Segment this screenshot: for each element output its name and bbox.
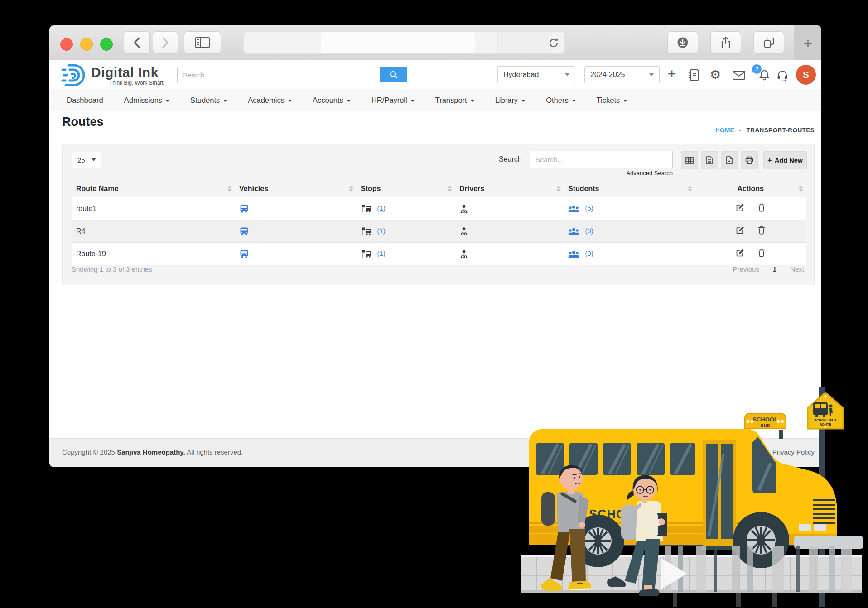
messages-button[interactable] (732, 68, 746, 82)
bus-icon[interactable] (239, 249, 249, 258)
driver-icon[interactable] (459, 249, 468, 259)
students-group-icon[interactable] (568, 250, 579, 258)
settings-button[interactable]: ⚙ (708, 67, 723, 81)
pagination-next[interactable]: Next (790, 265, 804, 273)
branch-select[interactable]: Hyderabad (497, 66, 575, 83)
academic-year-select[interactable]: 2024-2025 (584, 66, 660, 83)
print-button[interactable] (741, 151, 758, 169)
back-button[interactable] (124, 31, 150, 54)
share-button[interactable] (710, 31, 741, 54)
sort-icon (688, 186, 692, 192)
routes-table: Route Name Vehicles Stops Drivers (72, 181, 806, 265)
support-button[interactable] (775, 68, 790, 82)
new-tab-button[interactable]: + (794, 25, 821, 60)
logo-tagline: Think Big. Work Smart. (104, 80, 165, 86)
global-search-input[interactable] (177, 67, 380, 82)
pagination-page-1[interactable]: 1 (773, 265, 776, 273)
page-size-value: 25 (77, 156, 85, 164)
nav-item-admissions[interactable]: Admissions (124, 96, 169, 105)
nav-item-transport[interactable]: Transport (435, 96, 474, 105)
zoom-window-button[interactable] (100, 38, 113, 51)
nav-item-library[interactable]: Library (495, 96, 525, 105)
column-header-vehicles[interactable]: Vehicles (235, 181, 356, 197)
sign-text-line2: ROUTE (820, 422, 831, 426)
driver-icon[interactable] (459, 227, 468, 236)
delete-button[interactable] (758, 203, 765, 212)
bus-icon[interactable] (239, 204, 249, 213)
minimize-window-button[interactable] (80, 38, 93, 51)
app-header: Digital Ink Think Big. Work Smart. Hyder… (49, 60, 821, 90)
search-icon (389, 70, 398, 79)
students-count[interactable]: (5) (585, 204, 593, 212)
close-window-button[interactable] (60, 38, 73, 51)
driver-icon[interactable] (459, 204, 468, 213)
stops-count[interactable]: (1) (377, 204, 385, 212)
sort-icon (448, 186, 452, 192)
nav-item-dashboard[interactable]: Dashboard (67, 96, 103, 105)
headset-icon (776, 69, 788, 81)
column-header-route-name[interactable]: Route Name (72, 181, 235, 197)
quick-add-button[interactable]: + (665, 67, 679, 81)
plus-icon: + (668, 67, 676, 81)
sidebar-toggle-button[interactable] (184, 31, 221, 54)
export-buttons (681, 151, 758, 169)
students-count[interactable]: (0) (585, 227, 593, 235)
edit-button[interactable] (736, 203, 744, 212)
school-bus-illustration: SCHOOL BUS (519, 386, 868, 608)
column-header-stops[interactable]: Stops (356, 181, 455, 197)
global-search-button[interactable] (380, 67, 407, 82)
students-count[interactable]: (0) (585, 249, 593, 257)
add-new-button[interactable]: + Add New (763, 151, 807, 169)
column-header-actions[interactable]: Actions (695, 181, 806, 197)
advanced-search-link[interactable]: Advanced Search (530, 170, 673, 177)
export-pdf-button[interactable] (721, 151, 738, 169)
table-search-input[interactable] (530, 151, 673, 168)
nav-item-students[interactable]: Students (190, 96, 227, 105)
students-group-icon[interactable] (568, 205, 579, 213)
export-excel-button[interactable] (701, 151, 718, 169)
contacts-button[interactable] (686, 68, 701, 82)
breadcrumb-home-link[interactable]: HOME (715, 127, 734, 134)
column-visibility-button[interactable] (681, 151, 698, 169)
bus-stop-icon[interactable] (361, 227, 371, 235)
table-header-row: Route Name Vehicles Stops Drivers (72, 181, 806, 197)
bus-stop-icon[interactable] (361, 249, 371, 258)
page-size-select[interactable]: 25 (72, 152, 101, 168)
nav-item-others[interactable]: Others (546, 96, 576, 105)
share-icon (720, 36, 731, 49)
user-avatar[interactable]: S (796, 65, 816, 85)
chevron-down-icon (649, 73, 654, 76)
chevron-left-icon (133, 37, 140, 48)
nav-item-hr-payroll[interactable]: HR/Payroll (371, 96, 415, 105)
bus-icon[interactable] (239, 227, 249, 235)
url-bar[interactable] (243, 31, 565, 54)
delete-button[interactable] (758, 249, 765, 257)
caret-down-icon (521, 100, 525, 102)
main-nav: Dashboard Admissions Students Academics … (49, 89, 821, 111)
forward-button[interactable] (153, 31, 178, 54)
caret-down-icon (572, 100, 576, 102)
bus-stop-icon[interactable] (361, 204, 371, 213)
marquee-text-line2: BUS (760, 423, 770, 428)
pagination-previous[interactable]: Previous (733, 265, 759, 273)
page-title: Routes (62, 115, 104, 129)
delete-button[interactable] (758, 226, 765, 235)
edit-button[interactable] (736, 226, 744, 235)
students-group-icon[interactable] (568, 228, 579, 235)
route-name-cell: route1 (72, 197, 235, 220)
refresh-button[interactable] (548, 38, 559, 48)
breadcrumb: HOME • TRANSPORT-ROUTES (715, 127, 815, 134)
plus-icon: + (804, 35, 813, 51)
downloads-button[interactable] (667, 31, 698, 54)
stops-count[interactable]: (1) (377, 227, 385, 235)
tab-overview-button[interactable] (753, 31, 784, 54)
stops-count[interactable]: (1) (377, 249, 385, 257)
edit-button[interactable] (736, 249, 744, 257)
nav-item-accounts[interactable]: Accounts (313, 96, 351, 105)
column-header-students[interactable]: Students (564, 181, 695, 197)
nav-item-tickets[interactable]: Tickets (597, 96, 627, 105)
nav-item-academics[interactable]: Academics (248, 96, 292, 105)
envelope-icon (732, 70, 746, 81)
column-header-drivers[interactable]: Drivers (455, 181, 564, 197)
notifications-button[interactable] (757, 68, 772, 82)
